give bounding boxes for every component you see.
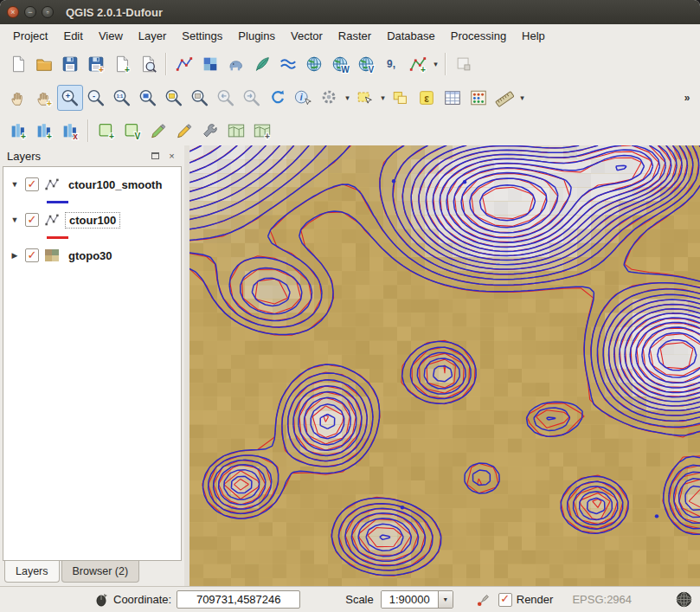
- new-shapefile-layer-button[interactable]: +: [405, 51, 431, 77]
- layer-visibility-checkbox[interactable]: ✓: [25, 177, 39, 191]
- menu-item-raster[interactable]: Raster: [331, 26, 379, 46]
- edit-current-region-button[interactable]: +: [249, 118, 275, 144]
- layer-visibility-checkbox[interactable]: ✓: [25, 248, 39, 262]
- minimize-window-button[interactable]: −: [24, 6, 36, 18]
- svg-text:+: +: [21, 131, 26, 139]
- maximize-window-button[interactable]: ▫: [42, 6, 54, 18]
- menu-item-layer[interactable]: Layer: [131, 26, 175, 46]
- zoom-out-button[interactable]: -: [83, 85, 109, 111]
- crs-globe-icon[interactable]: [676, 591, 692, 608]
- collapse-arrow-icon[interactable]: ▼: [10, 180, 20, 189]
- menu-item-plugins[interactable]: Plugins: [230, 26, 283, 46]
- layer-visibility-checkbox[interactable]: ✓: [25, 213, 39, 227]
- expand-arrow-icon[interactable]: ▶: [10, 251, 20, 260]
- identify-features-button[interactable]: i: [291, 85, 317, 111]
- add-vector-layer-button[interactable]: [171, 51, 197, 77]
- pan-map-button[interactable]: [5, 85, 31, 111]
- new-shapefile-layer-dropdown-icon[interactable]: ▾: [431, 60, 440, 68]
- add-wcs-layer-button[interactable]: W: [327, 51, 353, 77]
- menubar: ProjectEditViewLayerSettingsPluginsVecto…: [0, 24, 700, 48]
- select-features-button[interactable]: [352, 85, 378, 111]
- collapse-arrow-icon[interactable]: ▼: [10, 216, 20, 224]
- add-oracle-layer-button[interactable]: 9,: [379, 51, 405, 77]
- zoom-next-icon: [242, 88, 261, 107]
- select-by-expression-button[interactable]: ε: [414, 85, 440, 111]
- grass-tools-button[interactable]: [197, 118, 223, 144]
- edit-grass-vector-button[interactable]: [171, 118, 197, 144]
- scale-value[interactable]: 1:90000: [382, 591, 438, 608]
- open-grass-mapset-button[interactable]: V: [119, 118, 145, 144]
- titlebar[interactable]: × − ▫ QGIS 2.0.1-Dufour: [0, 0, 700, 24]
- display-current-region-button[interactable]: [223, 118, 249, 144]
- layer-symbology-swatch[interactable]: [3, 230, 181, 245]
- select-features-dropdown-icon[interactable]: ▾: [378, 93, 388, 102]
- pan-to-selection-button[interactable]: +: [31, 85, 57, 111]
- layer-name[interactable]: gtopo30: [65, 248, 116, 263]
- add-mssql-layer-button[interactable]: [275, 51, 301, 77]
- close-window-button[interactable]: ×: [7, 6, 19, 18]
- mouse-position-icon[interactable]: [94, 593, 108, 607]
- zoom-next-button[interactable]: [239, 85, 265, 111]
- menu-item-vector[interactable]: Vector: [283, 26, 331, 46]
- render-checkbox[interactable]: ✓: [498, 593, 512, 607]
- new-grass-mapset-button[interactable]: +: [93, 118, 119, 144]
- layers-panel-titlebar[interactable]: Layers ×: [0, 145, 184, 166]
- layer-symbology-swatch[interactable]: [3, 195, 181, 209]
- zoom-full-button[interactable]: [135, 85, 161, 111]
- add-grass-raster-layer-button[interactable]: +: [31, 118, 57, 144]
- run-feature-action-button[interactable]: [317, 85, 343, 111]
- grass-region-button[interactable]: x: [57, 118, 83, 144]
- open-attribute-table-button[interactable]: [440, 85, 466, 111]
- menu-item-project[interactable]: Project: [5, 26, 55, 46]
- refresh-map-button[interactable]: [265, 85, 291, 111]
- zoom-in-button[interactable]: +: [57, 85, 83, 111]
- composer-manager-button[interactable]: [135, 51, 161, 77]
- dock-tab-browser-2[interactable]: Browser (2): [61, 561, 140, 583]
- zoom-to-selection-button[interactable]: [161, 85, 187, 111]
- new-print-composer-button[interactable]: +: [109, 51, 135, 77]
- zoom-to-layer-button[interactable]: [187, 85, 213, 111]
- layer-name[interactable]: ctour100_smooth: [65, 177, 165, 192]
- scale-combobox[interactable]: 1:90000 ▾: [381, 590, 453, 609]
- add-postgis-layer-button[interactable]: [223, 51, 249, 77]
- zoom-native-button[interactable]: 1:1: [109, 85, 135, 111]
- add-wms-layer-button[interactable]: [301, 51, 327, 77]
- deselect-features-button[interactable]: [388, 85, 414, 111]
- toolbar-overflow-icon: »: [678, 88, 697, 107]
- toolbar-overflow-button[interactable]: »: [679, 85, 695, 111]
- add-spatialite-layer-button[interactable]: [249, 51, 275, 77]
- svg-text:W: W: [341, 65, 350, 74]
- menu-item-settings[interactable]: Settings: [174, 26, 230, 46]
- coordinate-input[interactable]: [177, 590, 300, 609]
- map-canvas[interactable]: [189, 145, 700, 586]
- new-grass-vector-button[interactable]: [145, 118, 171, 144]
- field-calculator-button[interactable]: [466, 85, 491, 111]
- layer-item-ctour100_smooth[interactable]: ▼✓ctour100_smooth: [3, 174, 181, 195]
- scale-dropdown-icon[interactable]: ▾: [438, 591, 453, 608]
- open-project-button[interactable]: [31, 51, 57, 77]
- close-dock-icon[interactable]: ×: [166, 151, 177, 162]
- measure-line-button[interactable]: [491, 85, 517, 111]
- layer-item-ctour100[interactable]: ▼✓ctour100: [3, 209, 181, 230]
- menu-item-edit[interactable]: Edit: [55, 26, 90, 46]
- measure-line-dropdown-icon[interactable]: ▾: [517, 93, 527, 102]
- dock-tab-layers[interactable]: Layers: [4, 561, 60, 583]
- layer-item-gtopo30[interactable]: ▶✓gtopo30: [3, 245, 181, 266]
- menu-item-view[interactable]: View: [91, 26, 131, 46]
- run-feature-action-dropdown-icon[interactable]: ▾: [343, 93, 352, 102]
- add-grass-vector-layer-button[interactable]: +: [5, 118, 31, 144]
- menu-item-help[interactable]: Help: [514, 26, 553, 46]
- zoom-last-button[interactable]: [213, 85, 239, 111]
- layer-name[interactable]: ctour100: [65, 212, 120, 229]
- add-wfs-layer-button[interactable]: V: [353, 51, 379, 77]
- save-project-as-button[interactable]: +: [83, 51, 109, 77]
- zoom-full-icon: [138, 88, 157, 107]
- save-project-button[interactable]: [57, 51, 83, 77]
- new-project-button[interactable]: [5, 51, 31, 77]
- menu-item-processing[interactable]: Processing: [443, 26, 514, 46]
- menu-item-database[interactable]: Database: [379, 26, 443, 46]
- new-map-view-button[interactable]: [451, 51, 477, 77]
- float-dock-icon[interactable]: [150, 151, 161, 162]
- add-raster-layer-button[interactable]: [197, 51, 223, 77]
- stop-rendering-icon[interactable]: [476, 592, 491, 608]
